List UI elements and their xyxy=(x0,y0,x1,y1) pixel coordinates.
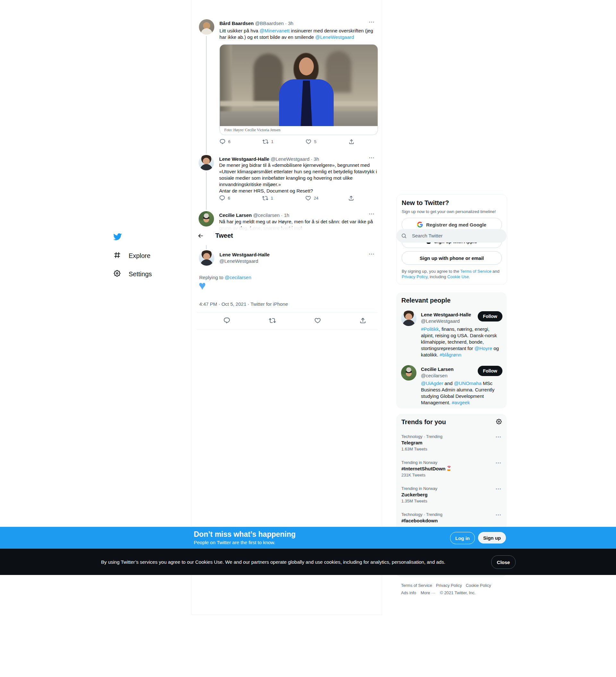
trend-count: 1.35M Tweets xyxy=(401,499,501,503)
user-bio: @UiAgder and @UNOmaha MSc Business Admin… xyxy=(421,380,502,406)
more-icon[interactable]: ··· xyxy=(369,155,375,161)
user-handle[interactable]: @cecilarsen xyxy=(421,372,448,379)
display-name[interactable]: Lene Westgaard-Halle xyxy=(421,312,471,318)
more-icon[interactable]: ··· xyxy=(496,434,501,440)
display-name[interactable]: Cecilie Larsen xyxy=(219,213,252,218)
more-icon[interactable]: ··· xyxy=(369,211,375,217)
sidebar-item-explore[interactable]: Explore xyxy=(113,251,150,260)
like-button[interactable] xyxy=(314,317,321,324)
more-icon[interactable]: ··· xyxy=(496,512,501,517)
tweet-text: Litt usikker på hva @Minervanett insinue… xyxy=(219,28,378,40)
trend-category: Trending in Norway xyxy=(401,486,501,491)
avatar[interactable] xyxy=(199,211,214,227)
like-count: 24 xyxy=(314,195,318,201)
text-link[interactable]: @UiAgder xyxy=(421,380,443,386)
retweet-button[interactable]: 1 xyxy=(262,139,273,145)
display-name[interactable]: Lene Westgaard-Halle xyxy=(219,252,269,258)
user-handle[interactable]: @BBaardsen xyxy=(255,20,283,26)
footer-link-terms[interactable]: Terms of Service xyxy=(401,583,432,588)
reply-button[interactable] xyxy=(223,317,230,324)
tweet-photo[interactable] xyxy=(220,45,378,126)
avatar[interactable] xyxy=(199,155,214,170)
search-bar[interactable]: Search Twitter xyxy=(396,229,507,242)
tweet-time[interactable]: · 1h xyxy=(281,213,290,218)
more-icon[interactable]: ··· xyxy=(496,460,501,465)
text-link[interactable]: #avgeek xyxy=(452,400,470,405)
like-button[interactable]: 5 xyxy=(305,139,316,145)
text-segment: , including xyxy=(427,274,447,279)
footer-link-cookie[interactable]: Cookie Policy xyxy=(466,583,491,588)
heart-icon xyxy=(314,317,321,324)
trend-title: #facebookdown xyxy=(401,518,501,523)
more-icon[interactable]: ··· xyxy=(369,251,375,257)
text-link[interactable]: @LeneWestgaard xyxy=(315,34,354,40)
footer-link-privacy[interactable]: Privacy Policy xyxy=(436,583,462,588)
text-link[interactable]: @cecilarsen xyxy=(225,275,251,280)
follow-button[interactable]: Follow xyxy=(478,366,502,376)
twitter-logo-icon[interactable] xyxy=(113,232,122,241)
text-link[interactable]: Terms of Service xyxy=(460,269,491,274)
relevant-people-title: Relevant people xyxy=(401,297,501,304)
display-name[interactable]: Cecilie Larsen xyxy=(421,366,454,372)
gear-icon xyxy=(113,270,121,278)
avatar[interactable] xyxy=(401,311,416,326)
search-icon xyxy=(401,233,407,239)
avatar[interactable] xyxy=(199,250,214,266)
follow-button[interactable]: Follow xyxy=(478,311,502,321)
display-name[interactable]: Lene Westgaard-Halle xyxy=(219,156,269,162)
banner-subtitle: People on Twitter are the first to know. xyxy=(194,540,275,545)
display-name[interactable]: Bård Baardsen xyxy=(219,20,254,26)
tweet-photo-card[interactable]: Foto: Høyre/ Cecilie Victoria Jensen xyxy=(219,44,378,135)
sidebar-item-label: Settings xyxy=(129,270,152,278)
share-button[interactable] xyxy=(348,139,355,145)
text-link[interactable]: #blågrønn xyxy=(440,352,461,357)
text-link[interactable]: @Hoyre xyxy=(475,346,492,351)
back-button[interactable] xyxy=(197,233,204,239)
trend-title: #InternetShutDown xyxy=(401,466,501,471)
user-handle[interactable]: @LeneWestgaard xyxy=(271,156,310,162)
sidebar-item-settings[interactable]: Settings xyxy=(113,270,152,278)
signup-banner: Don’t miss what’s happening People on Tw… xyxy=(0,527,616,549)
signup-subtitle: Sign up now to get your own personalized… xyxy=(402,209,502,214)
search-placeholder: Search Twitter xyxy=(412,233,443,239)
reply-button[interactable]: 6 xyxy=(219,139,230,145)
trend-item[interactable]: Technology · Trending #facebookdown ··· xyxy=(401,512,501,523)
more-icon[interactable]: ··· xyxy=(496,486,501,492)
avatar[interactable] xyxy=(401,365,416,380)
footer-links-row: Ads info More ··· © 2021 Twitter, Inc. xyxy=(401,590,476,595)
text-link[interactable]: @UNOmaha xyxy=(454,380,482,386)
text-link[interactable]: Cookie Use. xyxy=(447,274,470,279)
footer-link-ads[interactable]: Ads info xyxy=(401,590,416,595)
trends-settings-button[interactable] xyxy=(496,418,502,426)
text-link[interactable]: Privacy Policy xyxy=(402,274,427,279)
avatar[interactable] xyxy=(199,19,214,35)
tweet-time[interactable]: · 3h xyxy=(285,20,294,26)
close-button[interactable]: Close xyxy=(491,555,516,569)
photo-arch-window-shape xyxy=(254,54,283,105)
trend-item[interactable]: Technology · Trending Telegram 1.63M Twe… xyxy=(401,434,501,451)
phone-email-signup-button[interactable]: Sign up with phone or email xyxy=(402,251,502,265)
column-border-bottom xyxy=(191,615,382,615)
trend-item[interactable]: Trending in Norway Zuckerberg 1.35M Twee… xyxy=(401,486,501,503)
user-handle[interactable]: @LeneWestgaard xyxy=(219,258,258,264)
user-handle[interactable]: @cecilarsen xyxy=(253,213,280,218)
login-button[interactable]: Log in xyxy=(450,532,475,544)
footer-link-more[interactable]: More ··· xyxy=(421,590,435,595)
reply-button[interactable]: 6 xyxy=(219,195,230,201)
thread-line xyxy=(206,245,207,249)
user-handle[interactable]: @LeneWestgaard xyxy=(421,318,460,324)
gear-icon xyxy=(496,418,502,425)
trend-count: 231K Tweets xyxy=(401,472,501,478)
like-button[interactable]: 24 xyxy=(305,195,318,201)
tweet-timestamp[interactable]: 4:47 PM · Oct 5, 2021 · Twitter for iPho… xyxy=(199,301,288,307)
share-button[interactable] xyxy=(348,195,354,201)
signup-button[interactable]: Sign up xyxy=(478,532,506,544)
text-link[interactable]: #Politikk xyxy=(421,326,439,332)
share-button[interactable] xyxy=(359,317,366,324)
retweet-button[interactable] xyxy=(269,317,276,324)
tweet-time[interactable]: · 3h xyxy=(311,156,319,162)
more-icon[interactable]: ··· xyxy=(369,19,375,25)
text-link[interactable]: @Minervanett xyxy=(260,28,290,33)
trend-item[interactable]: Trending in Norway #InternetShutDown 231… xyxy=(401,460,501,478)
retweet-button[interactable]: 1 xyxy=(262,195,273,201)
